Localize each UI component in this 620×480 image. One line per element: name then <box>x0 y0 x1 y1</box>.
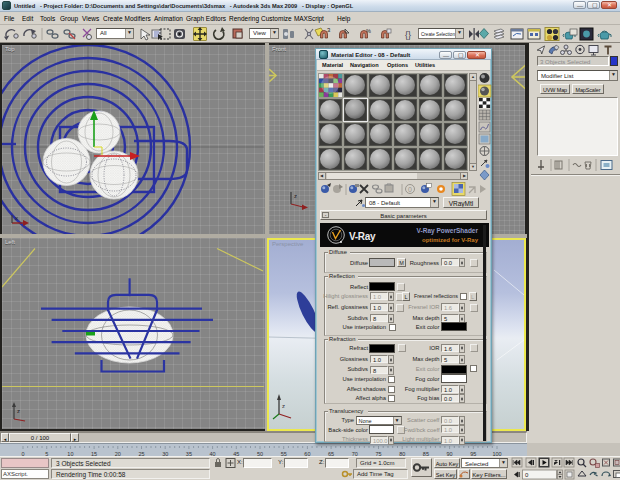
svg-text:z: z <box>282 403 285 409</box>
svg-text:V-Ray PowerShader: V-Ray PowerShader <box>417 227 479 235</box>
svg-text:V-Ray: V-Ray <box>349 231 376 242</box>
svg-text:z: z <box>17 408 20 414</box>
svg-text:0: 0 <box>408 186 412 193</box>
svg-text:z: z <box>294 193 297 199</box>
svg-text:x: x <box>15 215 18 221</box>
svg-text:optimized for V-Ray: optimized for V-Ray <box>422 237 479 243</box>
